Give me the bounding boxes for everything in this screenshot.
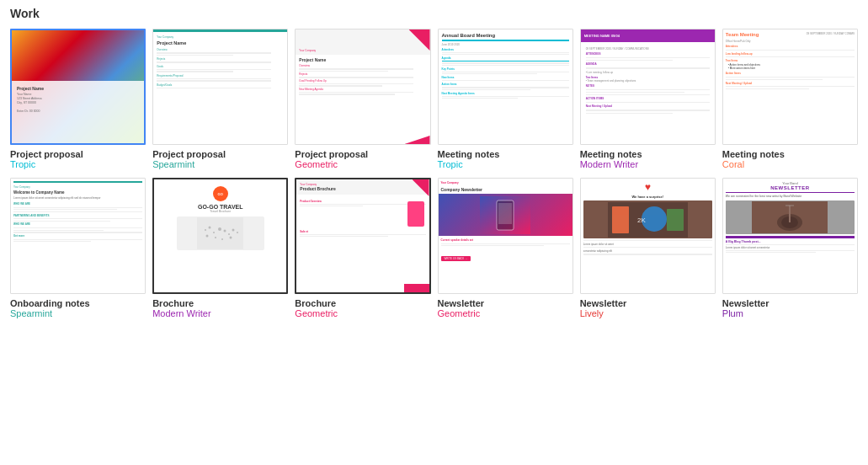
template-thumb: Team Meeting 09 SEPTEMBER 2020 / SUNDAY …: [722, 29, 858, 145]
template-thumb: Your Company Product Brochure Product Ov…: [295, 178, 430, 294]
template-item-brochure-modern-writer[interactable]: GO GO-GO TRAVEL Travel Brochure: [152, 178, 288, 318]
template-item-newsletter-lively[interactable]: ♥ We have a surprise! 2K Lorem ipsum dol…: [580, 178, 716, 318]
template-thumb: Your Band NEWSLETTER We are nominated fo…: [722, 178, 858, 294]
template-item-proj-proposal-spearmint[interactable]: Your Company Project Name Overview Rejec…: [152, 29, 288, 169]
svg-rect-15: [498, 203, 512, 224]
template-label: Brochure: [152, 298, 288, 308]
template-sublabel: Modern Writer: [152, 308, 288, 318]
template-thumb: Your Company Project Name Overview Rejec…: [295, 29, 430, 145]
svg-point-12: [230, 237, 232, 239]
template-thumb: Your Company Welcome to Company Name Lor…: [10, 178, 146, 294]
svg-point-7: [232, 229, 235, 232]
template-item-proj-proposal-tropic[interactable]: Project Name Your Name123 Street Address…: [10, 29, 146, 169]
template-sublabel: Lively: [580, 308, 716, 318]
template-item-brochure-geometric[interactable]: Your Company Product Brochure Product Ov…: [295, 178, 430, 318]
svg-point-5: [224, 230, 226, 232]
template-label: Newsletter: [722, 298, 858, 308]
template-sublabel: Spearmint: [10, 308, 146, 318]
template-thumb: Annual Board Meeting June 2019 2020 Atte…: [438, 29, 573, 145]
template-sublabel: Geometric: [295, 308, 430, 318]
template-label: Meeting notes: [438, 149, 573, 159]
template-sublabel: Coral: [722, 159, 858, 169]
svg-point-3: [213, 232, 215, 233]
template-sublabel: Spearmint: [152, 159, 288, 169]
svg-rect-19: [667, 209, 684, 231]
template-sublabel: Modern Writer: [580, 159, 716, 169]
svg-point-4: [218, 227, 221, 231]
template-grid: Project Name Your Name123 Street Address…: [10, 29, 858, 318]
svg-point-10: [215, 237, 216, 238]
template-label: Meeting notes: [580, 149, 716, 159]
svg-rect-24: [789, 206, 791, 222]
template-label: Project proposal: [295, 149, 430, 159]
template-item-onboarding-notes-spearmint[interactable]: Your Company Welcome to Company Name Lor…: [10, 178, 146, 318]
template-item-newsletter-geometric[interactable]: Your Company Company Newsletter: [438, 178, 573, 318]
svg-point-1: [205, 229, 206, 231]
template-label: Onboarding notes: [10, 298, 146, 308]
template-sublabel: Geometric: [295, 159, 430, 169]
svg-point-9: [206, 235, 209, 238]
template-thumb: ♥ We have a surprise! 2K Lorem ipsum dol…: [580, 178, 716, 294]
template-sublabel: Plum: [722, 308, 858, 318]
svg-point-8: [237, 232, 238, 233]
svg-rect-0: [197, 217, 243, 249]
template-sublabel: Geometric: [438, 308, 573, 318]
svg-point-6: [228, 233, 230, 235]
template-item-meeting-notes-modern-writer[interactable]: MEETING NAME 09/04 09 SEPTEMBER 2020 / S…: [580, 29, 716, 169]
template-item-meeting-notes-tropic[interactable]: Annual Board Meeting June 2019 2020 Atte…: [438, 29, 573, 169]
template-label: Meeting notes: [722, 149, 858, 159]
svg-text:2K: 2K: [637, 216, 646, 224]
template-label: Project proposal: [10, 149, 146, 159]
template-label: Newsletter: [438, 298, 573, 308]
template-thumb: Project Name Your Name123 Street Address…: [10, 29, 146, 145]
template-sublabel: Tropic: [438, 159, 573, 169]
template-sublabel: Tropic: [10, 159, 146, 169]
template-thumb: GO GO-GO TRAVEL Travel Brochure: [152, 178, 288, 294]
template-label: Brochure: [295, 298, 430, 308]
template-thumb: Your Company Company Newsletter: [438, 178, 573, 294]
template-thumb: MEETING NAME 09/04 09 SEPTEMBER 2020 / S…: [580, 29, 716, 145]
svg-rect-17: [612, 206, 629, 233]
template-thumb: Your Company Project Name Overview Rejec…: [152, 29, 288, 145]
template-item-meeting-notes-coral[interactable]: Team Meeting 09 SEPTEMBER 2020 / SUNDAY …: [722, 29, 858, 169]
template-label: Project proposal: [152, 149, 288, 159]
svg-point-2: [209, 227, 211, 229]
svg-point-11: [221, 238, 223, 240]
template-label: Newsletter: [580, 298, 716, 308]
template-item-newsletter-plum[interactable]: Your Band NEWSLETTER We are nominated fo…: [722, 178, 858, 318]
template-item-proj-proposal-geometric[interactable]: Your Company Project Name Overview Rejec…: [295, 29, 430, 169]
page-title: Work: [10, 7, 858, 20]
